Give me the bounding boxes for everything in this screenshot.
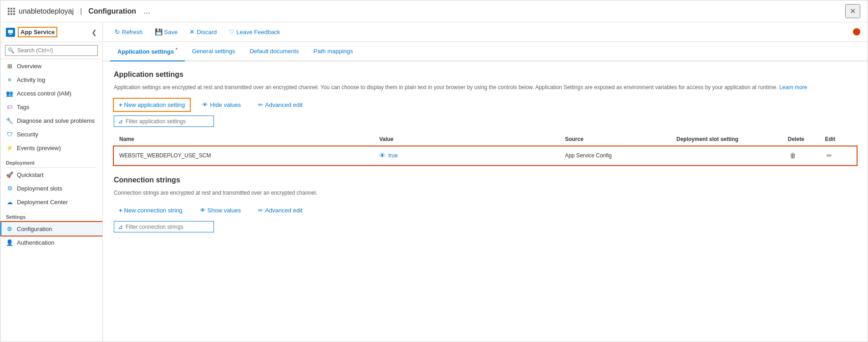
discard-label: Discard xyxy=(197,29,217,35)
search-icon: 🔍 xyxy=(8,47,15,54)
app-settings-filter[interactable]: ⊿ xyxy=(114,116,214,127)
more-options-icon[interactable]: ... xyxy=(143,6,150,16)
col-name: Name xyxy=(114,132,374,146)
sidebar-collapse-btn[interactable]: ❮ xyxy=(91,29,97,36)
sidebar: App Service ❮ 🔍 ⊞ Overview ≡ Activity lo… xyxy=(0,22,103,342)
tab-app-settings-label: Application settings xyxy=(117,48,174,55)
quickstart-icon: 🚀 xyxy=(6,171,13,178)
filter-input[interactable] xyxy=(126,118,210,125)
tab-default-documents[interactable]: Default documents xyxy=(242,42,306,61)
conn-pencil-icon: ✏ xyxy=(258,207,263,214)
deployment-slots-icon: ⧉ xyxy=(6,185,13,192)
quickstart-label: Quickstart xyxy=(17,171,44,178)
sidebar-item-deployment-slots[interactable]: ⧉ Deployment slots xyxy=(0,181,102,195)
col-slot-setting: Deployment slot setting xyxy=(671,132,782,146)
search-input[interactable] xyxy=(5,45,98,56)
new-setting-label: New application setting xyxy=(124,101,185,108)
delete-row-button[interactable]: 🗑 xyxy=(788,150,798,161)
app-settings-title: Application settings xyxy=(114,70,857,79)
setting-slot-cell xyxy=(671,146,782,165)
tab-general-settings[interactable]: General settings xyxy=(185,42,243,61)
tab-general-label: General settings xyxy=(192,48,235,55)
sidebar-item-events[interactable]: ⚡ Events (preview) xyxy=(0,141,102,155)
page-title: Configuration xyxy=(88,7,136,15)
refresh-button[interactable]: ↻ Refresh xyxy=(110,26,147,38)
app-settings-table: Name Value Source Deployment slot settin… xyxy=(114,132,857,165)
sidebar-item-activity-log[interactable]: ≡ Activity log xyxy=(0,73,102,86)
app-settings-desc-text: Application settings are encrypted at re… xyxy=(114,84,778,91)
sidebar-header: App Service ❮ xyxy=(0,22,102,42)
feedback-label: Leave Feedback xyxy=(236,29,280,35)
close-button[interactable]: ✕ xyxy=(845,4,860,18)
app-settings-desc: Application settings are encrypted at re… xyxy=(114,83,857,91)
setting-delete-cell: 🗑 xyxy=(782,146,820,165)
deployment-section-label: Deployment xyxy=(0,155,102,167)
toolbar: ↻ Refresh 💾 Save ✕ Discard ♡ Leave Feedb… xyxy=(103,22,868,42)
conn-strings-filter[interactable]: ⊿ xyxy=(114,221,214,232)
edit-row-button[interactable]: ✏ xyxy=(825,150,834,161)
svg-rect-0 xyxy=(8,30,13,33)
connection-strings-desc: Connection strings are encrypted at rest… xyxy=(114,189,857,197)
conn-strings-action-bar: + New connection string 👁 Show values ✏ … xyxy=(114,204,857,216)
security-label: Security xyxy=(17,131,38,138)
title-bar: unabletodeployaj | Configuration ... ✕ xyxy=(0,0,868,22)
conn-advanced-edit-button[interactable]: ✏ Advanced edit xyxy=(253,204,307,216)
tab-application-settings[interactable]: Application settings * xyxy=(110,42,185,61)
tags-icon: 🏷 xyxy=(6,103,13,111)
deployment-slots-label: Deployment slots xyxy=(17,185,62,192)
show-values-button[interactable]: 👁 Show values xyxy=(195,204,246,216)
setting-source-cell: App Service Config xyxy=(559,146,671,165)
sidebar-item-overview[interactable]: ⊞ Overview xyxy=(0,59,102,73)
conn-filter-icon: ⊿ xyxy=(118,223,123,230)
discard-button[interactable]: ✕ Discard xyxy=(185,26,221,38)
conn-filter-input[interactable] xyxy=(126,224,210,230)
title-bar-left: unabletodeployaj | Configuration ... xyxy=(8,6,842,16)
save-button[interactable]: 💾 Save xyxy=(150,26,183,38)
tab-path-mappings[interactable]: Path mappings xyxy=(306,42,360,61)
feedback-button[interactable]: ♡ Leave Feedback xyxy=(224,26,284,38)
events-label: Events (preview) xyxy=(17,145,61,151)
hide-values-icon: 👁 xyxy=(202,101,208,108)
sidebar-item-configuration[interactable]: ⚙ Configuration xyxy=(0,222,102,236)
new-conn-plus-icon: + xyxy=(119,207,122,214)
value-display: 👁 true xyxy=(379,152,554,159)
tab-docs-label: Default documents xyxy=(249,48,299,55)
waffle-icon xyxy=(8,8,15,15)
sidebar-item-authentication[interactable]: 👤 Authentication xyxy=(0,236,102,249)
service-icon xyxy=(6,28,15,37)
setting-name-cell: WEBSITE_WEBDEPLOY_USE_SCM xyxy=(114,146,374,165)
tags-label: Tags xyxy=(17,104,29,111)
save-icon: 💾 xyxy=(155,28,162,35)
sidebar-item-access-control[interactable]: 👥 Access control (IAM) xyxy=(0,86,102,100)
col-edit: Edit xyxy=(819,132,857,146)
new-setting-plus-icon: + xyxy=(119,101,122,108)
feedback-icon: ♡ xyxy=(228,28,234,35)
filter-icon: ⊿ xyxy=(118,118,123,125)
sidebar-item-deployment-center[interactable]: ☁ Deployment Center xyxy=(0,195,102,209)
configuration-icon: ⚙ xyxy=(6,225,13,232)
tab-path-label: Path mappings xyxy=(314,48,353,55)
learn-more-link[interactable]: Learn more xyxy=(779,84,807,91)
new-app-setting-button[interactable]: + New application setting xyxy=(114,99,190,111)
new-connection-string-button[interactable]: + New connection string xyxy=(114,204,188,216)
table-body: WEBSITE_WEBDEPLOY_USE_SCM 👁 true App Ser… xyxy=(114,146,857,165)
activity-log-icon: ≡ xyxy=(6,76,13,83)
overview-label: Overview xyxy=(17,63,41,70)
sidebar-item-security[interactable]: 🛡 Security xyxy=(0,127,102,141)
new-conn-label: New connection string xyxy=(124,207,183,214)
setting-value-cell: 👁 true xyxy=(374,146,559,165)
sidebar-item-tags[interactable]: 🏷 Tags xyxy=(0,100,102,114)
sidebar-item-quickstart[interactable]: 🚀 Quickstart xyxy=(0,168,102,181)
advanced-edit-button[interactable]: ✏ Advanced edit xyxy=(253,99,307,111)
connection-strings-title: Connection strings xyxy=(114,176,857,184)
content-area: ↻ Refresh 💾 Save ✕ Discard ♡ Leave Feedb… xyxy=(103,22,868,342)
col-value: Value xyxy=(374,132,559,146)
sidebar-item-diagnose[interactable]: 🔧 Diagnose and solve problems xyxy=(0,114,102,127)
table-header: Name Value Source Deployment slot settin… xyxy=(114,132,857,146)
refresh-label: Refresh xyxy=(122,29,143,35)
hide-values-button[interactable]: 👁 Hide values xyxy=(197,99,246,111)
show-values-icon: 👁 xyxy=(200,207,206,214)
events-icon: ⚡ xyxy=(6,144,13,151)
connection-strings-section: Connection strings Connection strings ar… xyxy=(114,176,857,232)
sidebar-search: 🔍 xyxy=(0,42,102,59)
